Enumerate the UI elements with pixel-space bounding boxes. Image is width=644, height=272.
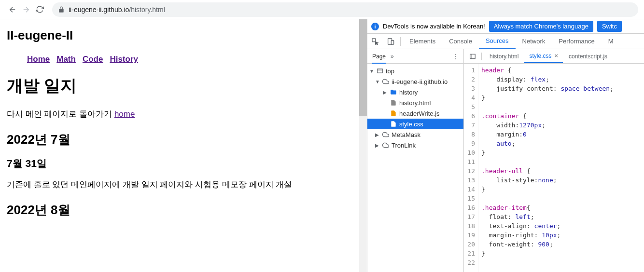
navigator-header: Page » ⋮ [367, 49, 463, 64]
nav-link-math[interactable]: Math [56, 54, 76, 64]
info-icon: i [371, 23, 379, 30]
close-icon[interactable]: × [554, 52, 558, 59]
tree-tronlink[interactable]: ▶ TronLink [367, 140, 463, 150]
month-heading-aug: 2022년 8월 [7, 202, 360, 218]
tab-elements[interactable]: Elements [403, 34, 442, 49]
nav-link-history[interactable]: History [110, 54, 138, 64]
address-bar[interactable]: ii-eugene-ii.github.io/history.html [52, 2, 638, 17]
banner-match-button[interactable]: Always match Chrome's language [489, 21, 593, 32]
site-title: II-eugene-II [7, 28, 360, 43]
svg-rect-3 [378, 69, 383, 73]
webpage-viewport: II-eugene-II Home Math Code History 개발 일… [0, 19, 367, 272]
sources-navigator: Page » ⋮ ▼ top ▼ ii-eugene-ii.github.io [367, 49, 464, 272]
code-editor[interactable]: 12345678910111213141516171819202122 head… [464, 64, 644, 272]
banner-switch-button[interactable]: Switc [597, 21, 622, 32]
date-heading: 7월 31일 [7, 157, 360, 170]
reload-button[interactable] [33, 3, 46, 16]
devtools-banner: i DevTools is now available in Korean! A… [367, 19, 644, 34]
tree-top[interactable]: ▼ top [367, 66, 463, 76]
tab-network[interactable]: Network [516, 34, 552, 49]
tree-file-style-css[interactable]: style.css [367, 119, 463, 129]
cloud-icon [382, 78, 390, 85]
editor-tab-history[interactable]: history.html [485, 49, 523, 63]
tab-console[interactable]: Console [442, 34, 479, 49]
tree-metamask[interactable]: ▶ MetaMask [367, 129, 463, 140]
svg-rect-5 [470, 54, 476, 58]
devtools-panel: i DevTools is now available in Korean! A… [367, 19, 644, 272]
page-scrollbar[interactable] [359, 19, 367, 272]
device-icon[interactable] [383, 34, 398, 49]
back-home-text: 다시 메인 페이지로 돌아가기 home [7, 109, 360, 120]
tree-file-headerwrite-js[interactable]: headerWrite.js [367, 108, 463, 119]
nav-link-code[interactable]: Code [83, 54, 103, 64]
banner-text: DevTools is now available in Korean! [383, 23, 485, 30]
home-link[interactable]: home [114, 109, 135, 119]
svg-rect-2 [391, 41, 393, 44]
editor-pane: history.html style.css× contentscript.js… [464, 49, 644, 272]
cloud-icon [382, 131, 390, 138]
editor-tab-style[interactable]: style.css× [524, 49, 563, 63]
editor-tabs: history.html style.css× contentscript.js [464, 49, 644, 64]
folder-icon [390, 88, 397, 96]
file-icon [390, 99, 397, 107]
window-icon [376, 67, 384, 75]
month-heading-july: 2022년 7월 [7, 131, 360, 148]
inspect-icon[interactable] [367, 34, 383, 49]
svg-rect-0 [372, 39, 376, 42]
tab-performance[interactable]: Performance [552, 34, 601, 49]
scrollbar-thumb[interactable] [359, 19, 367, 116]
navigator-menu-icon[interactable]: ⋮ [453, 53, 459, 60]
site-nav: Home Math Code History [7, 54, 360, 64]
file-tree: ▼ top ▼ ii-eugene-ii.github.io ▶ history [367, 64, 463, 152]
url-text: ii-eugene-ii.github.io/history.html [69, 6, 165, 14]
sidebar-toggle-icon[interactable] [467, 53, 478, 60]
more-tabs-icon[interactable]: » [391, 53, 394, 60]
tab-sources[interactable]: Sources [479, 34, 516, 49]
forward-button[interactable] [19, 3, 33, 16]
tree-folder-history[interactable]: ▶ history [367, 87, 463, 97]
lock-icon [58, 6, 65, 13]
page-tab[interactable]: Page [372, 49, 386, 64]
tree-file-history-html[interactable]: history.html [367, 97, 463, 108]
tree-domain[interactable]: ▼ ii-eugene-ii.github.io [367, 76, 463, 87]
browser-toolbar: ii-eugene-ii.github.io/history.html [0, 0, 644, 19]
code-text[interactable]: header { display: flex; justify-content:… [478, 64, 644, 272]
editor-tab-contentscript[interactable]: contentscript.js [564, 49, 612, 63]
nav-link-home[interactable]: Home [27, 54, 50, 64]
file-icon [390, 120, 397, 128]
file-icon [390, 109, 397, 117]
line-numbers: 12345678910111213141516171819202122 [464, 64, 478, 272]
page-heading: 개발 일지 [7, 75, 360, 97]
entry-text: 기존에 홀로 있던 메인페이지에 개발 일지 페이지와 시험용 메모장 페이지 … [7, 179, 360, 190]
tab-more[interactable]: M [602, 34, 620, 49]
cloud-icon [382, 141, 390, 149]
devtools-tabs: Elements Console Sources Network Perform… [367, 34, 644, 49]
back-button[interactable] [6, 3, 19, 16]
